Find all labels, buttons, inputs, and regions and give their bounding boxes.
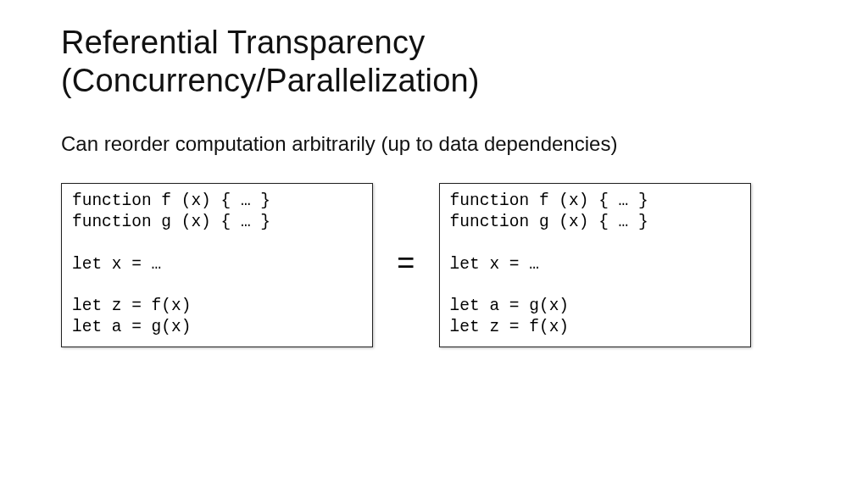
- title-line-1: Referential Transparency: [61, 25, 425, 60]
- slide: Referential Transparency (Concurrency/Pa…: [0, 0, 868, 488]
- code-block-right: function f (x) { … } function g (x) { … …: [439, 183, 751, 348]
- slide-subtitle: Can reorder computation arbitrarily (up …: [61, 132, 807, 156]
- code-block-left: function f (x) { … } function g (x) { … …: [61, 183, 373, 348]
- slide-title: Referential Transparency (Concurrency/Pa…: [61, 24, 807, 100]
- title-line-2: (Concurrency/Parallelization): [61, 63, 480, 98]
- code-comparison-row: function f (x) { … } function g (x) { … …: [61, 183, 807, 348]
- equals-sign: =: [392, 247, 420, 282]
